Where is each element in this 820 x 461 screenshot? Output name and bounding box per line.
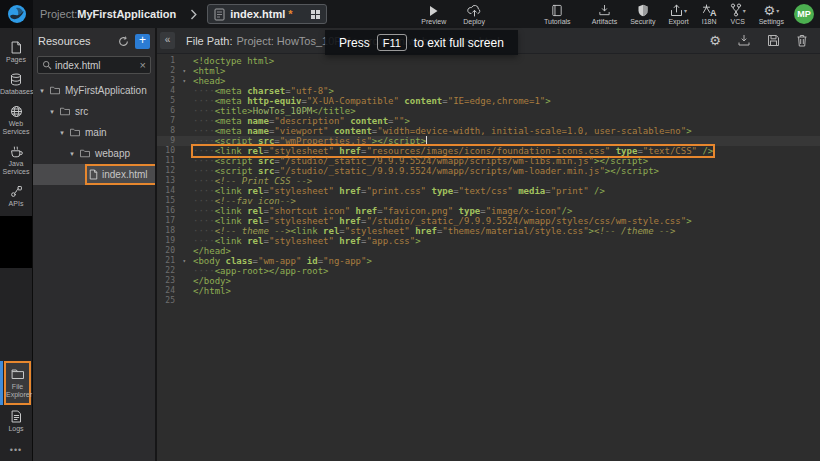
save-icon[interactable]: [767, 34, 780, 47]
tree-item-myfirstapplication[interactable]: ▾MyFirstApplication: [33, 80, 155, 101]
sidebar-item-label: Java Services: [0, 160, 32, 176]
line-number: 23: [157, 276, 187, 286]
action-label: VCS: [730, 18, 744, 25]
code-line-2: 2▾<html>: [157, 66, 820, 76]
fold-toggle-icon[interactable]: ▾: [182, 256, 186, 266]
project-label: Project:MyFirstApplication: [40, 8, 176, 20]
sidebar-item-logs[interactable]: Logs: [0, 405, 32, 437]
settings-button[interactable]: ⚙▾Settings: [757, 4, 786, 25]
line-number: 3▾: [157, 76, 187, 86]
gear-icon[interactable]: ⚙: [709, 34, 721, 47]
action-label: Artifacts: [592, 18, 617, 25]
more-menu-button[interactable]: •••: [0, 437, 32, 461]
sidebar-item-label: File Explorer: [6, 383, 29, 399]
line-number: 15: [157, 196, 187, 206]
code-editor[interactable]: 1<!doctype html>2▾<html>3▾<head>4····<me…: [157, 54, 820, 461]
security-button[interactable]: Security: [628, 4, 657, 25]
clear-search-icon[interactable]: ×: [140, 59, 146, 71]
line-number: 14: [157, 186, 187, 196]
sidebar-item-databases[interactable]: Databases: [0, 68, 32, 100]
tree-item-index-html[interactable]: index.html: [33, 164, 155, 185]
code-content: ····<meta charset="utf-8">: [193, 86, 334, 96]
trash-icon[interactable]: [796, 34, 808, 47]
chevron-down-icon[interactable]: ▾: [37, 87, 47, 95]
line-number: 7: [157, 116, 187, 126]
tutorials-button[interactable]: Tutorials: [542, 4, 573, 25]
collapse-panel-icon[interactable]: «: [160, 32, 175, 49]
tip-suffix: to exit full screen: [414, 36, 504, 50]
code-line-16: 16····<link rel="shortcut icon" href="fa…: [157, 206, 820, 216]
artifacts-button[interactable]: Artifacts: [590, 4, 619, 25]
tree-item-webapp[interactable]: ▾webapp: [33, 143, 155, 164]
code-content: ····<script src="/studio/_static_/9.9.9.…: [193, 166, 659, 176]
refresh-icon[interactable]: [118, 36, 129, 47]
chevron-down-icon[interactable]: ▾: [67, 150, 77, 158]
sidebar-item-file-explorer[interactable]: File Explorer: [4, 361, 31, 405]
app-logo[interactable]: [0, 0, 33, 28]
add-resource-button[interactable]: +: [135, 34, 150, 49]
fold-toggle-icon[interactable]: ▾: [182, 76, 186, 86]
wavemaker-studio: Project:MyFirstApplication index.html * …: [0, 0, 820, 461]
code-content: ····<app-root></app-root>: [193, 266, 328, 276]
code-content: ····<link rel="stylesheet" href="app.css…: [193, 236, 421, 246]
line-number: 25: [157, 296, 187, 306]
file-actions: ⚙: [709, 34, 820, 47]
code-line-21: 21▾<body class="wm-app" id="ng-app">: [157, 256, 820, 266]
activity-sidebar: PagesDatabasesWeb ServicesJava ServicesA…: [0, 28, 33, 461]
code-content: ····<meta name="viewport" content="width…: [193, 126, 692, 136]
chevron-down-icon[interactable]: ▾: [47, 108, 57, 116]
folder-icon: [49, 86, 61, 95]
code-content: ····<!--fav icon-->: [193, 196, 296, 206]
highlighted-code: ····<link rel="stylesheet" href="resourc…: [193, 146, 713, 156]
i18n-button[interactable]: AI18N: [700, 4, 719, 25]
branch-icon: [730, 4, 742, 17]
sidebar-separator-block: [0, 216, 32, 268]
sidebar-item-pages[interactable]: Pages: [0, 36, 32, 68]
translate-icon: A: [702, 4, 717, 17]
coffee-icon: [10, 144, 23, 158]
line-number: 10: [157, 146, 187, 156]
code-content: </body>: [193, 276, 231, 286]
action-label: Preview: [421, 18, 446, 25]
tree-item-main[interactable]: ▾main: [33, 122, 155, 143]
download-icon[interactable]: [737, 34, 751, 47]
file-path-label: File Path:: [186, 35, 232, 47]
code-line-17: 17····<link rel="stylesheet" href="/stud…: [157, 216, 820, 226]
grid-icon[interactable]: [311, 10, 320, 19]
folder-icon: [59, 107, 71, 116]
code-line-20: 20</head>: [157, 246, 820, 256]
deploy-button[interactable]: Deploy: [461, 4, 487, 25]
sidebar-item-java-services[interactable]: Java Services: [0, 140, 32, 180]
cloud-upload-icon: [467, 4, 482, 17]
resources-panel: Resources + × ▾MyFirstApplication▾src▾ma…: [33, 28, 157, 461]
sidebar-item-apis[interactable]: APIs: [0, 180, 32, 212]
code-line-18: 18····<!-- theme --><link rel="styleshee…: [157, 226, 820, 236]
resources-header: Resources +: [33, 28, 155, 54]
search-input[interactable]: [55, 60, 137, 71]
fold-toggle-icon[interactable]: ▾: [182, 66, 186, 76]
code-line-9: 9····<script src="wmProperties.js"></scr…: [157, 136, 820, 146]
file-tree: ▾MyFirstApplication▾src▾main▾webappindex…: [33, 80, 155, 461]
export-button[interactable]: ▾Export: [666, 4, 690, 25]
gear-icon: ⚙: [764, 4, 776, 17]
code-line-8: 8····<meta name="viewport" content="widt…: [157, 126, 820, 136]
sidebar-item-web-services[interactable]: Web Services: [0, 100, 32, 140]
line-number: 17: [157, 216, 187, 226]
tree-item-src[interactable]: ▾src: [33, 101, 155, 122]
user-avatar[interactable]: MP: [794, 4, 814, 24]
vcs-button[interactable]: ▾VCS: [728, 4, 748, 25]
sidebar-item-label: Logs: [0, 425, 32, 433]
tree-item-box: webapp: [77, 145, 155, 162]
tree-item-label: webapp: [95, 148, 130, 159]
preview-button[interactable]: Preview: [419, 4, 448, 25]
export-icon-group: ▾: [670, 4, 687, 17]
code-line-19: 19····<link rel="stylesheet" href="app.c…: [157, 236, 820, 246]
tab-index-html[interactable]: index.html *: [207, 4, 327, 24]
line-number: 21▾: [157, 256, 187, 266]
api-icon: [10, 184, 23, 198]
code-content: ····<link rel="shortcut icon" href="favi…: [193, 206, 572, 216]
tree-item-label: index.html: [102, 169, 148, 180]
tree-item-box: src: [57, 103, 155, 120]
chevron-down-icon[interactable]: ▾: [57, 129, 67, 137]
line-number: 1: [157, 56, 187, 66]
